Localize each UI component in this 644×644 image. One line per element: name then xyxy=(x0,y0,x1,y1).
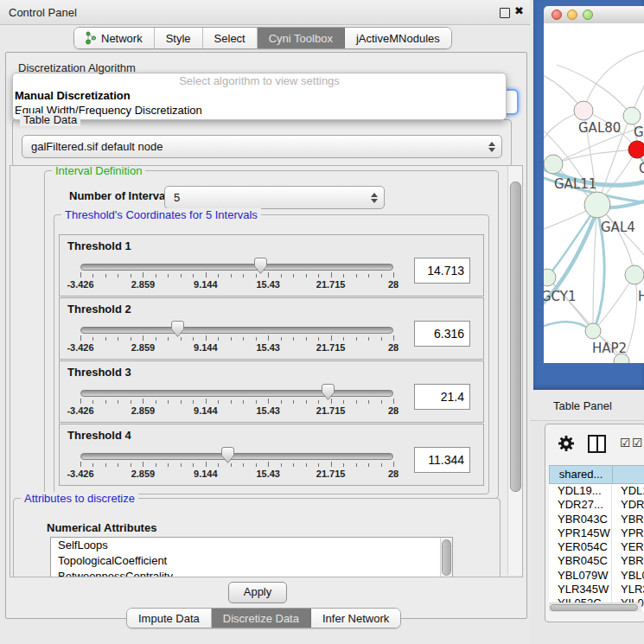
table-cell: YBR0 xyxy=(612,513,644,526)
network-node[interactable] xyxy=(584,192,610,218)
gear-icon[interactable] xyxy=(558,435,575,455)
threshold-value-field[interactable]: 6.316 xyxy=(414,321,470,347)
tab-style[interactable]: Style xyxy=(155,28,203,48)
network-node[interactable] xyxy=(544,155,563,174)
slider-ticks xyxy=(80,399,393,405)
slider-track[interactable] xyxy=(80,390,393,397)
threshold-slider[interactable]: -3.4262.8599.14415.4321.71528 xyxy=(80,387,393,420)
attribute-item-topologicalcoefficient[interactable]: TopologicalCoefficient xyxy=(51,553,452,569)
table-row[interactable]: YPR145WYPR1 xyxy=(549,526,644,540)
network-edge[interactable] xyxy=(557,65,632,116)
network-node[interactable] xyxy=(544,269,556,286)
threshold-label: Threshold 4 xyxy=(67,429,131,442)
table-row[interactable]: YLR345WYLR3 xyxy=(549,583,644,596)
tab-infer-network[interactable]: Infer Network xyxy=(311,609,400,628)
dropdown-item-manual-discretization[interactable]: Manual Discretization xyxy=(13,88,506,103)
network-node[interactable] xyxy=(574,101,593,120)
cyni-toolbox-panel: Discretization Algorithm Select algorith… xyxy=(5,52,527,619)
number-of-intervals-value: 5 xyxy=(174,191,180,204)
numerical-attributes-heading: Numerical Attributes xyxy=(47,521,156,534)
column-header-1[interactable]: shared... xyxy=(549,465,613,484)
table-body: YDL19...YDL1YDR27...YDR2YBR043CYBR0YPR14… xyxy=(549,484,644,611)
table-toolbar: ☑ ☑ xyxy=(545,424,644,462)
threshold-label: Threshold 2 xyxy=(67,303,131,316)
table-horizontal-scrollbar[interactable] xyxy=(549,603,641,612)
table-cell: YLR345W xyxy=(549,583,612,596)
node-label-gal80: GAL80 xyxy=(578,120,621,136)
attribute-item-betweennesscentrality[interactable]: BetweennessCentrality xyxy=(51,569,452,577)
table-row[interactable]: YBL079WYBL0 xyxy=(549,569,644,583)
table-row[interactable]: YDL19...YDL1 xyxy=(549,484,644,498)
column-header-2[interactable]: na xyxy=(613,465,644,484)
network-node[interactable] xyxy=(628,141,644,158)
network-edge[interactable] xyxy=(553,150,637,164)
dropdown-item-equal-width-frequency-discretization[interactable]: Equal Width/Frequency Discretization xyxy=(13,103,506,118)
network-node[interactable] xyxy=(623,107,641,124)
table-cell: YPR145W xyxy=(549,526,612,540)
threshold-slider[interactable]: -3.4262.8599.14415.4321.71528 xyxy=(80,261,393,294)
list-scrollbar-thumb[interactable] xyxy=(442,539,451,576)
network-node[interactable] xyxy=(585,323,601,339)
split-columns-icon[interactable] xyxy=(588,435,606,453)
table-row[interactable]: YBR045CYBR0 xyxy=(549,554,644,568)
table-horizontal-scrollbar-thumb[interactable] xyxy=(550,604,638,611)
slider-thumb[interactable] xyxy=(254,258,267,274)
slider-ticks xyxy=(80,335,393,341)
threshold-value-field[interactable]: 11.344 xyxy=(414,447,470,473)
top-tab-bar: NetworkStyleSelectCyni ToolboxjActiveMNo… xyxy=(73,27,452,49)
threshold-value-field[interactable]: 14.713 xyxy=(414,258,470,284)
minimize-traffic-light[interactable] xyxy=(567,10,577,20)
checkbox-icon[interactable]: ☑ xyxy=(620,436,631,450)
slider-thumb[interactable] xyxy=(171,321,184,337)
slider-thumb[interactable] xyxy=(221,447,234,463)
threshold-value-field[interactable]: 21.4 xyxy=(414,384,470,410)
network-window-titlebar xyxy=(544,6,644,24)
node-table: ☑ ☑ shared...na YDL19...YDL1YDR27...YDR2… xyxy=(545,424,644,622)
thresholds-group-title: Threshold's Coordinates for 5 Intervals xyxy=(61,208,261,221)
tab-select[interactable]: Select xyxy=(203,28,258,48)
node-label-c: C xyxy=(639,161,644,176)
tab-label: Impute Data xyxy=(138,612,200,625)
pane-scrollbar[interactable] xyxy=(507,166,522,575)
zoom-traffic-light[interactable] xyxy=(583,10,593,20)
discretization-algorithm-group-title: Discretization Algorithm xyxy=(18,61,136,74)
table-data-combobox-value: galFiltered.sif default node xyxy=(31,140,163,153)
slider-track[interactable] xyxy=(80,264,393,271)
table-row[interactable]: YBR043CYBR0 xyxy=(549,513,644,526)
float-icon[interactable] xyxy=(500,8,510,18)
network-canvas[interactable]: GAL80GACGAL11GAL4GCY1HHAP2 xyxy=(544,23,644,363)
table-row[interactable]: YDR27...YDR2 xyxy=(549,498,644,512)
list-scrollbar[interactable] xyxy=(440,538,452,577)
threshold-slider[interactable]: -3.4262.8599.14415.4321.71528 xyxy=(80,450,393,483)
attribute-item-selfloops[interactable]: SelfLoops xyxy=(51,538,452,553)
dropdown-prompt-item[interactable]: Select algorithm to view settings xyxy=(13,73,506,88)
threshold-slider[interactable]: -3.4262.8599.14415.4321.71528 xyxy=(80,324,393,357)
node-label-gal4: GAL4 xyxy=(601,220,635,235)
threshold-panel-2: Threshold 2-3.4262.8599.14415.4321.71528… xyxy=(59,297,484,360)
table-data-combobox[interactable]: galFiltered.sif default node xyxy=(22,135,502,158)
node-label-gal11: GAL11 xyxy=(554,176,596,192)
close-traffic-light[interactable] xyxy=(552,10,562,20)
numerical-attributes-list[interactable]: SelfLoopsTopologicalCoefficientBetweenne… xyxy=(50,537,453,577)
tab-jactivemnodules[interactable]: jActiveMNodules xyxy=(345,28,451,48)
apply-button[interactable]: Apply xyxy=(228,582,287,603)
tab-impute-data[interactable]: Impute Data xyxy=(127,609,212,628)
checkbox-icon[interactable]: ☑ xyxy=(632,436,643,450)
slider-track[interactable] xyxy=(80,327,393,334)
network-edge[interactable] xyxy=(583,49,644,111)
table-row[interactable]: YER054CYER0 xyxy=(549,540,644,554)
tab-label: Infer Network xyxy=(322,612,389,625)
tab-discretize-data[interactable]: Discretize Data xyxy=(212,609,311,628)
close-icon[interactable]: ✖ xyxy=(514,4,524,17)
number-of-intervals-combobox[interactable]: 5 xyxy=(164,186,385,209)
slider-track[interactable] xyxy=(80,453,393,460)
tab-cyni-toolbox[interactable]: Cyni Toolbox xyxy=(258,28,345,48)
tab-label: jActiveMNodules xyxy=(356,32,440,45)
network-edge-thick[interactable] xyxy=(544,322,592,331)
tab-network[interactable]: Network xyxy=(74,28,155,48)
slider-thumb[interactable] xyxy=(322,384,335,400)
network-node[interactable] xyxy=(625,265,644,284)
pane-scrollbar-thumb[interactable] xyxy=(510,182,521,492)
threshold-panel-4: Threshold 4-3.4262.8599.14415.4321.71528… xyxy=(59,424,484,486)
network-edge[interactable] xyxy=(593,275,634,331)
